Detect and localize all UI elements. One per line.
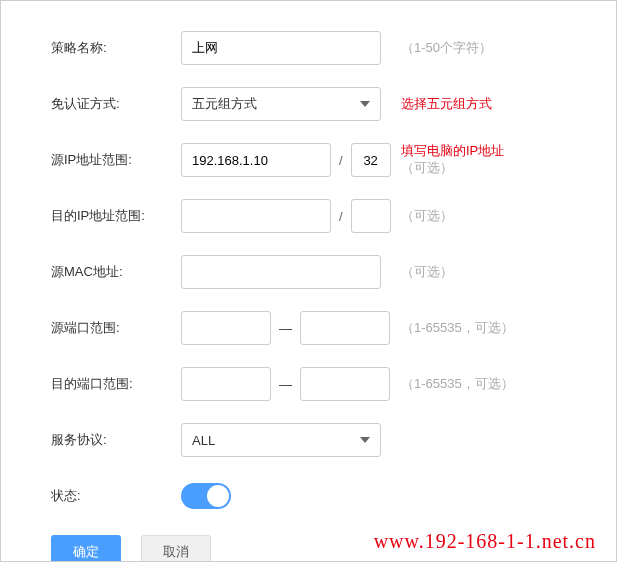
input-src-port-to[interactable] — [300, 311, 390, 345]
row-protocol: 服务协议: ALL — [21, 423, 596, 457]
row-src-mac: 源MAC地址: （可选） — [21, 255, 596, 289]
cancel-button[interactable]: 取消 — [141, 535, 211, 562]
hint-dst-ip: （可选） — [391, 207, 453, 225]
dash-separator: — — [277, 321, 294, 336]
select-auth-mode[interactable]: 五元组方式 — [181, 87, 381, 121]
label-status: 状态: — [21, 487, 181, 505]
row-auth-mode: 免认证方式: 五元组方式 选择五元组方式 — [21, 87, 596, 121]
input-dst-port-to[interactable] — [300, 367, 390, 401]
hint-policy-name: （1-50个字符） — [391, 39, 492, 57]
dash-separator: — — [277, 377, 294, 392]
label-protocol: 服务协议: — [21, 431, 181, 449]
input-policy-name[interactable] — [181, 31, 381, 65]
label-src-mac: 源MAC地址: — [21, 263, 181, 281]
annotation-src-ip: 填写电脑的IP地址 （可选） — [391, 143, 504, 177]
toggle-knob — [207, 485, 229, 507]
label-auth-mode: 免认证方式: — [21, 95, 181, 113]
select-protocol-value: ALL — [192, 433, 215, 448]
select-protocol[interactable]: ALL — [181, 423, 381, 457]
chevron-down-icon — [360, 101, 370, 107]
slash-separator: / — [337, 153, 345, 168]
input-src-port-from[interactable] — [181, 311, 271, 345]
input-src-mac[interactable] — [181, 255, 381, 289]
ok-button[interactable]: 确定 — [51, 535, 121, 562]
hint-src-mac: （可选） — [391, 263, 453, 281]
input-dst-ip[interactable] — [181, 199, 331, 233]
slash-separator: / — [337, 209, 345, 224]
label-dst-ip: 目的IP地址范围: — [21, 207, 181, 225]
input-src-ip-mask[interactable] — [351, 143, 391, 177]
input-src-ip[interactable] — [181, 143, 331, 177]
chevron-down-icon — [360, 437, 370, 443]
row-dst-port: 目的端口范围: — （1-65535，可选） — [21, 367, 596, 401]
input-dst-port-from[interactable] — [181, 367, 271, 401]
hint-dst-port: （1-65535，可选） — [391, 375, 514, 393]
row-dst-ip: 目的IP地址范围: / （可选） — [21, 199, 596, 233]
label-policy-name: 策略名称: — [21, 39, 181, 57]
select-auth-mode-value: 五元组方式 — [192, 95, 257, 113]
hint-src-port: （1-65535，可选） — [391, 319, 514, 337]
label-dst-port: 目的端口范围: — [21, 375, 181, 393]
toggle-status[interactable] — [181, 483, 231, 509]
label-src-port: 源端口范围: — [21, 319, 181, 337]
watermark: www.192-168-1-1.net.cn — [374, 530, 596, 553]
row-src-ip: 源IP地址范围: / 填写电脑的IP地址 （可选） — [21, 143, 596, 177]
label-src-ip: 源IP地址范围: — [21, 151, 181, 169]
row-status: 状态: — [21, 479, 596, 513]
row-src-port: 源端口范围: — （1-65535，可选） — [21, 311, 596, 345]
row-policy-name: 策略名称: （1-50个字符） — [21, 31, 596, 65]
annotation-auth-mode: 选择五元组方式 — [391, 95, 492, 113]
input-dst-ip-mask[interactable] — [351, 199, 391, 233]
